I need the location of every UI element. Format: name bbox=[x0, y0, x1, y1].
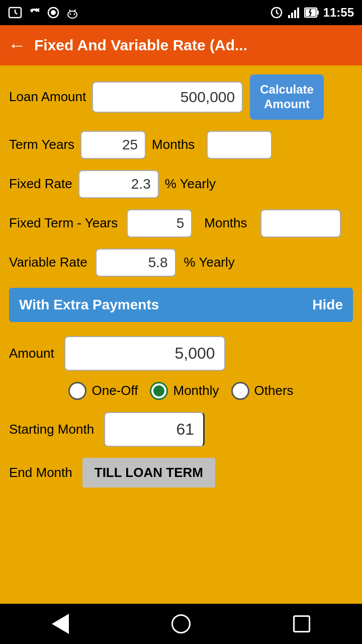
status-bar: 11:55 bbox=[0, 0, 362, 25]
variable-rate-label: Variable Rate bbox=[9, 255, 87, 270]
loan-amount-input[interactable] bbox=[92, 82, 243, 113]
svg-rect-17 bbox=[294, 10, 296, 18]
fixed-term-months-label: Months bbox=[204, 215, 247, 231]
svg-line-10 bbox=[69, 10, 70, 12]
nav-back-button[interactable] bbox=[45, 609, 75, 639]
svg-point-8 bbox=[70, 14, 71, 15]
radio-dot-monthly bbox=[153, 385, 164, 396]
svg-point-6 bbox=[51, 10, 56, 15]
starting-month-label: Starting Month bbox=[9, 422, 94, 437]
missed-call-icon bbox=[27, 6, 41, 20]
term-years-input[interactable] bbox=[80, 131, 146, 159]
svg-rect-15 bbox=[288, 15, 290, 18]
end-month-label: End Month bbox=[9, 465, 72, 480]
alarm-icon bbox=[270, 6, 283, 19]
bottom-nav bbox=[0, 604, 362, 644]
svg-line-14 bbox=[277, 13, 279, 14]
radio-circle-others bbox=[231, 382, 249, 400]
status-icons-left bbox=[8, 6, 79, 20]
back-triangle-icon bbox=[52, 614, 69, 634]
home-circle-icon bbox=[171, 614, 191, 633]
radio-label-one-off: One-Off bbox=[92, 383, 138, 398]
loan-amount-row: Loan Amount CalculateAmount bbox=[9, 74, 353, 120]
svg-line-11 bbox=[74, 10, 75, 12]
android-icon bbox=[65, 6, 79, 20]
hide-button[interactable]: Hide bbox=[312, 297, 343, 313]
amount-input[interactable] bbox=[64, 336, 225, 371]
svg-point-9 bbox=[74, 14, 75, 15]
top-bar: ← Fixed And Variable Rate (Ad... bbox=[0, 25, 362, 65]
radio-monthly[interactable]: Monthly bbox=[150, 382, 219, 400]
fixed-rate-input[interactable] bbox=[78, 170, 159, 198]
fixed-term-years-input[interactable] bbox=[127, 209, 192, 237]
fixed-term-months-input[interactable] bbox=[260, 209, 341, 237]
variable-rate-suffix: % Yearly bbox=[184, 255, 235, 270]
variable-rate-input[interactable] bbox=[96, 249, 176, 277]
starting-month-input[interactable] bbox=[104, 412, 205, 447]
fixed-rate-suffix: % Yearly bbox=[165, 176, 216, 192]
svg-rect-18 bbox=[297, 8, 299, 18]
starting-month-row: Starting Month bbox=[9, 412, 353, 447]
variable-rate-row: Variable Rate % Yearly bbox=[9, 249, 353, 277]
fixed-term-row: Fixed Term - Years Months bbox=[9, 209, 353, 237]
extra-payments-bar: With Extra Payments Hide bbox=[9, 288, 353, 322]
fixed-rate-label: Fixed Rate bbox=[9, 176, 72, 192]
end-month-button[interactable]: TILL LOAN TERM bbox=[82, 458, 215, 488]
fixed-rate-row: Fixed Rate % Yearly bbox=[9, 170, 353, 198]
radio-circle-monthly bbox=[150, 382, 168, 400]
svg-line-2 bbox=[15, 13, 17, 14]
fixed-term-label: Fixed Term - Years bbox=[9, 215, 118, 231]
radio-circle-one-off bbox=[68, 382, 86, 400]
end-month-row: End Month TILL LOAN TERM bbox=[9, 458, 353, 488]
radio-label-monthly: Monthly bbox=[173, 383, 219, 398]
nav-home-button[interactable] bbox=[166, 609, 196, 639]
main-content: Loan Amount CalculateAmount Term Years M… bbox=[0, 65, 362, 604]
term-row: Term Years Months bbox=[9, 131, 353, 159]
signal-icon bbox=[287, 6, 300, 19]
extra-payments-title: With Extra Payments bbox=[19, 297, 159, 313]
battery-icon bbox=[304, 6, 319, 19]
status-icons-right: 11:55 bbox=[270, 6, 354, 20]
term-years-label: Term Years bbox=[9, 137, 74, 152]
radio-label-others: Others bbox=[254, 383, 294, 398]
loan-amount-label: Loan Amount bbox=[9, 89, 86, 105]
amount-label: Amount bbox=[9, 346, 54, 361]
term-months-input[interactable] bbox=[207, 131, 272, 159]
clock-time: 11:55 bbox=[323, 6, 354, 20]
amount-row: Amount bbox=[9, 336, 353, 371]
page-title: Fixed And Variable Rate (Ad... bbox=[34, 37, 247, 54]
nav-recent-button[interactable] bbox=[287, 609, 317, 639]
record-icon bbox=[46, 6, 60, 20]
svg-point-7 bbox=[68, 11, 77, 18]
recent-square-icon bbox=[293, 615, 310, 632]
radio-others[interactable]: Others bbox=[231, 382, 294, 400]
svg-rect-20 bbox=[317, 11, 319, 15]
radio-one-off[interactable]: One-Off bbox=[68, 382, 138, 400]
svg-rect-16 bbox=[291, 13, 293, 18]
term-months-label: Months bbox=[152, 137, 195, 152]
calculate-button[interactable]: CalculateAmount bbox=[250, 74, 324, 120]
alarm-clock-icon bbox=[8, 6, 22, 20]
radio-row: One-Off Monthly Others bbox=[9, 382, 353, 400]
back-button[interactable]: ← bbox=[8, 36, 26, 54]
